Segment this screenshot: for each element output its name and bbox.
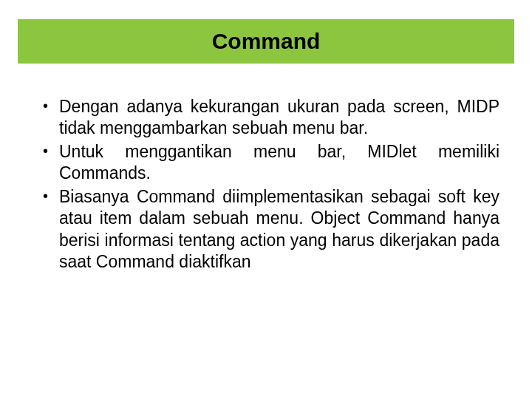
bullet-list: Dengan adanya kekurangan ukuran pada scr… xyxy=(40,96,499,273)
bullet-item: Biasanya Command diimplementasikan sebag… xyxy=(40,186,499,273)
bullet-item: Untuk menggantikan menu bar, MIDlet memi… xyxy=(40,141,499,185)
slide: Command Dengan adanya kekurangan ukuran … xyxy=(0,0,532,399)
title-band: Command xyxy=(18,19,514,64)
bullet-item: Dengan adanya kekurangan ukuran pada scr… xyxy=(40,96,499,140)
content-area: Dengan adanya kekurangan ukuran pada scr… xyxy=(40,96,499,275)
slide-title: Command xyxy=(212,29,321,54)
